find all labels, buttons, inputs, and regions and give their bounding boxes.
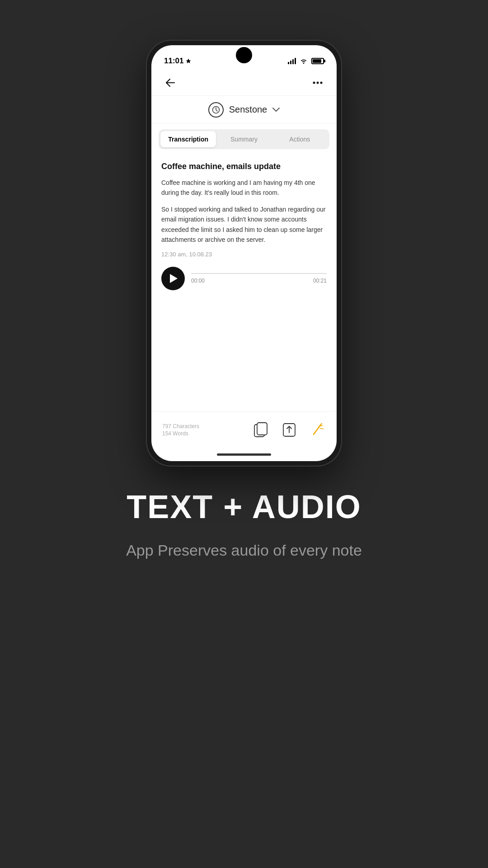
signal-bars: [288, 58, 296, 64]
word-count-value: 154 Words: [162, 430, 199, 437]
status-time: 11:01: [164, 57, 191, 66]
bottom-bar: 797 Characters 154 Words: [151, 411, 337, 448]
word-count: 797 Characters 154 Words: [162, 423, 199, 437]
nav-bar: [151, 70, 337, 96]
svg-point-0: [313, 81, 315, 84]
tab-actions[interactable]: Actions: [272, 131, 328, 147]
phone-screen: 11:01: [151, 45, 337, 461]
battery-fill: [313, 59, 321, 63]
battery-icon: [311, 58, 324, 64]
back-button[interactable]: [162, 75, 178, 91]
character-count: 797 Characters: [162, 423, 199, 429]
duration-time: 00:21: [313, 278, 327, 284]
signal-bar-2: [290, 61, 291, 64]
signal-bar-3: [292, 59, 294, 64]
signal-bar-1: [288, 62, 289, 64]
note-title: Coffee machine, emails update: [161, 162, 327, 171]
home-bar: [217, 453, 271, 456]
app-content: Senstone Transcription Summary: [151, 70, 337, 461]
dynamic-island: [236, 47, 252, 63]
status-icons: [288, 58, 324, 64]
note-timestamp: 12:30 am, 10.08.23: [161, 251, 327, 258]
chevron-down-icon: [272, 108, 280, 112]
brand-name: Senstone: [229, 104, 267, 115]
wifi-icon: [300, 58, 308, 64]
phone-wrapper: 11:01: [147, 41, 341, 466]
play-triangle-icon: [170, 274, 178, 283]
main-content: Coffee machine, emails update Coffee mac…: [151, 155, 337, 411]
svg-point-1: [317, 81, 319, 84]
bottom-actions: [253, 421, 326, 439]
share-button[interactable]: [281, 421, 298, 439]
brand-header[interactable]: Senstone: [151, 96, 337, 124]
track-times: 00:00 00:21: [191, 278, 327, 284]
tabs-inner: Transcription Summary Actions: [159, 129, 329, 149]
more-button[interactable]: [310, 75, 326, 91]
marketing-title: TEXT + AUDIO: [126, 488, 362, 525]
brand-icon: [208, 102, 224, 118]
note-body-2: So I stopped working and talked to Jonat…: [161, 204, 327, 245]
magic-button[interactable]: [309, 421, 326, 439]
track-bar[interactable]: [191, 273, 327, 274]
tab-summary[interactable]: Summary: [216, 131, 272, 147]
tabs-section: Transcription Summary Actions: [151, 124, 337, 155]
audio-player: 00:00 00:21: [161, 267, 327, 290]
marketing-subtitle: App Preserves audio of every note: [126, 540, 362, 561]
home-indicator: [151, 448, 337, 461]
svg-rect-5: [257, 423, 267, 435]
current-time: 00:00: [191, 278, 205, 284]
phone-frame: 11:01: [147, 41, 341, 466]
note-body-1: Coffee machine is working and I am havin…: [161, 178, 327, 198]
copy-button[interactable]: [253, 421, 270, 439]
svg-point-2: [320, 81, 323, 84]
audio-track[interactable]: 00:00 00:21: [191, 273, 327, 284]
location-icon: [186, 58, 191, 64]
tab-transcription[interactable]: Transcription: [160, 131, 216, 147]
play-button[interactable]: [161, 267, 185, 290]
marketing-section: TEXT + AUDIO App Preserves audio of ever…: [99, 488, 389, 561]
signal-bar-4: [295, 58, 296, 64]
